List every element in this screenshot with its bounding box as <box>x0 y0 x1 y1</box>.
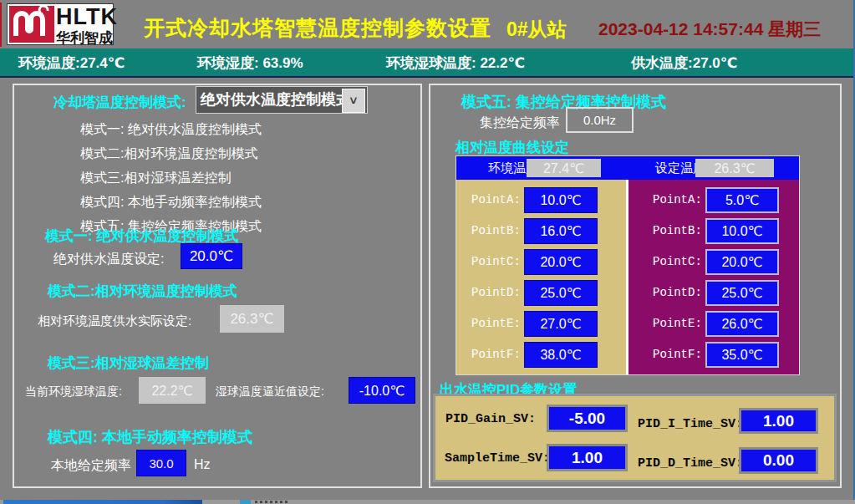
mode-list: 模式一: 绝对供水温度控制模式 模式二:相对环境温度控制模式 模式三:相对湿球温… <box>80 117 262 238</box>
env-pointA-value[interactable]: 10.0℃ <box>524 187 598 213</box>
mode5-section-title: 模式五: 集控给定频率控制模式 <box>461 92 666 112</box>
sampletime-value[interactable]: 1.00 <box>547 444 628 471</box>
station-label: 0#从站 <box>506 17 567 43</box>
pid-gain-label: PID_Gain_SV: <box>445 412 536 426</box>
curve-set-column: PointA: 5.0℃ PointB: 10.0℃ PointC: 20.0℃… <box>629 180 799 374</box>
set-pointC-label: PointC: <box>653 255 702 268</box>
current-wetbulb-value: 22.2℃ <box>139 377 206 404</box>
env-pointC-label: PointC: <box>471 255 521 268</box>
mode1-field-label: 绝对供水温度设定: <box>53 251 164 268</box>
curve-env-temp-value: 27.4℃ <box>527 159 601 177</box>
curve-table-header: 环境温度: 27.4℃ 设定温度: 26.3℃ <box>456 156 799 180</box>
pid-itime-value[interactable]: 1.00 <box>739 408 818 434</box>
set-pointB-value[interactable]: 10.0℃ <box>705 218 779 244</box>
set-pointA-label: PointA: <box>653 193 702 206</box>
mode-list-item-3: 模式三:相对湿球温差控制 <box>80 165 262 190</box>
curve-set-temp-value: 26.3℃ <box>695 159 774 177</box>
env-pointB-value[interactable]: 16.0℃ <box>524 218 598 244</box>
mode2-field-label: 相对环境温度供水实际设定: <box>38 313 191 329</box>
logo-brand-text: HLTK <box>56 4 118 30</box>
set-pointF-value[interactable]: 35.0℃ <box>705 342 779 368</box>
environment-bar: 环境温度:27.4℃ 环境湿度: 63.9% 环境湿球温度: 22.2℃ 供水温… <box>0 48 855 78</box>
set-pointB-label: PointB: <box>653 224 702 237</box>
env-wetbulb-readout: 环境湿球温度: 22.2℃ <box>386 53 525 73</box>
local-frequency-unit: Hz <box>194 457 211 472</box>
local-frequency-label: 本地给定频率 <box>51 457 131 475</box>
env-pointD-value[interactable]: 25.0℃ <box>524 280 598 306</box>
set-pointD-value[interactable]: 25.0℃ <box>705 280 779 306</box>
taskbar-icon[interactable] <box>240 500 251 504</box>
company-logo: HLTK 华利智成 <box>7 3 114 45</box>
relative-env-supply-actual: 26.3℃ <box>220 305 284 333</box>
env-pointC-value[interactable]: 20.0℃ <box>524 249 598 275</box>
set-pointE-label: PointE: <box>653 317 702 330</box>
page-title: 开式冷却水塔智慧温度控制参数设置 <box>144 14 491 42</box>
pid-gain-value[interactable]: -5.00 <box>547 405 628 432</box>
mode-list-item-1: 模式一: 绝对供水温度控制模式 <box>80 117 262 141</box>
mode-select-label: 冷却塔温度控制模式: <box>53 93 186 112</box>
abs-supply-temp-setpoint[interactable]: 20.0℃ <box>181 243 242 269</box>
mode3-section-title: 模式三:相对湿球温差控制 <box>48 354 209 373</box>
env-pointA-label: PointA: <box>471 193 521 206</box>
env-pointF-value[interactable]: 38.0℃ <box>524 342 598 368</box>
logo-sub-text: 华利智成 <box>56 28 113 48</box>
central-frequency-value: 0.0Hz <box>566 107 634 133</box>
curve-env-column: PointA: 10.0℃ PointB: 16.0℃ PointC: 20.0… <box>456 180 626 374</box>
mode-select-dropdown[interactable]: 绝对供水温度控制模式 ˅ <box>196 86 368 114</box>
supply-water-temp-readout: 供水温度:27.0℃ <box>631 53 737 73</box>
chevron-down-icon[interactable]: ˅ <box>342 89 365 113</box>
header-bar: HLTK 华利智成 开式冷却水塔智慧温度控制参数设置 0#从站 2023-04-… <box>0 0 855 48</box>
pid-dtime-value[interactable]: 0.00 <box>739 447 818 474</box>
hmi-screen: HLTK 华利智成 开式冷却水塔智慧温度控制参数设置 0#从站 2023-04-… <box>0 0 855 504</box>
wetbulb-approach-label: 湿球温度逼近值设定: <box>216 384 324 400</box>
curve-section-title: 相对温度曲线设定 <box>455 138 569 157</box>
taskbar-window-button[interactable] <box>3 500 202 504</box>
relative-temp-curve-table: 环境温度: 27.4℃ 设定温度: 26.3℃ PointA: 10.0℃ Po… <box>455 155 800 375</box>
env-pointB-label: PointB: <box>471 224 521 237</box>
env-temp-readout: 环境温度:27.4℃ <box>18 53 125 73</box>
set-pointD-label: PointD: <box>653 286 702 299</box>
set-pointE-value[interactable]: 26.0℃ <box>705 311 779 337</box>
set-pointA-value[interactable]: 5.0℃ <box>705 187 779 213</box>
screen-edge-left-red <box>0 3 2 47</box>
current-wetbulb-label: 当前环境湿球温度: <box>25 384 122 400</box>
mode-list-item-2: 模式二:相对环境温度控制模式 <box>80 141 262 165</box>
pid-parameter-box: PID_Gain_SV: -5.00 PID_I_Time_SV: 1.00 S… <box>433 394 837 482</box>
mode2-section-title: 模式二:相对环境温度控制模式 <box>48 282 237 301</box>
set-pointC-value[interactable]: 20.0℃ <box>705 249 779 275</box>
env-pointE-value[interactable]: 27.0℃ <box>524 311 598 337</box>
env-pointD-label: PointD: <box>471 286 521 299</box>
env-humidity-readout: 环境湿度: 63.9% <box>197 53 303 73</box>
pid-dtime-label: PID_D_Time_SV: <box>638 456 743 471</box>
mode-select-value: 绝对供水温度控制模式 <box>201 87 351 113</box>
mode-list-item-4: 模式四: 本地手动频率控制模式 <box>80 190 262 214</box>
env-pointE-label: PointE: <box>471 317 521 330</box>
sampletime-label: SampleTime_SV: <box>445 451 550 466</box>
taskbar-text-fragment <box>255 501 288 503</box>
pid-itime-label: PID_I_Time_SV: <box>638 417 743 431</box>
taskbar-sliver[interactable] <box>0 500 855 504</box>
env-pointF-label: PointF: <box>471 348 521 361</box>
mode4-section-title: 模式四: 本地手动频率控制模式 <box>48 427 252 447</box>
set-pointF-label: PointF: <box>653 348 702 361</box>
wetbulb-approach-setpoint[interactable]: -10.0℃ <box>349 377 415 404</box>
central-frequency-label: 集控给定频率 <box>480 115 560 132</box>
datetime-display: 2023-04-12 14:57:44 星期三 <box>598 18 821 41</box>
local-frequency-setpoint[interactable]: 30.0 <box>136 450 186 476</box>
hltk-logo-icon <box>9 6 54 43</box>
